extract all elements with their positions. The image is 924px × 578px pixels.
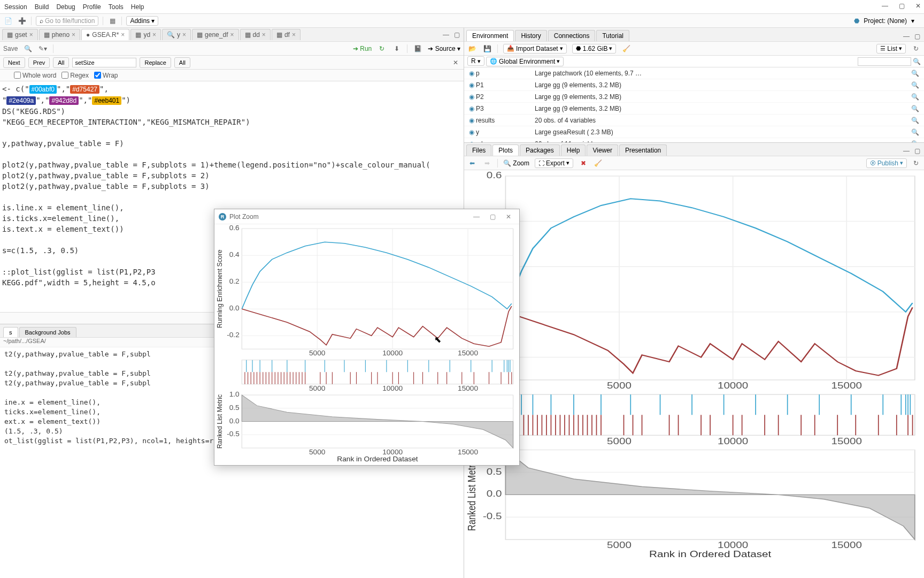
broom-icon[interactable]: 🧹: [621, 44, 631, 54]
tab-yd[interactable]: ▦ yd×: [130, 29, 161, 40]
import-dataset-dropdown[interactable]: 📥 Import Dataset ▾: [503, 44, 567, 54]
find-next-button[interactable]: Next: [3, 57, 25, 68]
tab-gene-df[interactable]: ▦ gene_df×: [192, 29, 238, 40]
svg-text:5000: 5000: [607, 541, 632, 550]
plots-min-icon[interactable]: —: [902, 146, 911, 156]
clear-plots-icon[interactable]: 🧹: [594, 158, 603, 168]
svg-text:5000: 5000: [309, 349, 325, 357]
menu-session[interactable]: Session: [4, 3, 27, 11]
r-icon: R: [219, 213, 226, 220]
svg-text:0.0: 0.0: [487, 489, 502, 499]
minimize-icon[interactable]: —: [882, 2, 888, 10]
memory-indicator[interactable]: ⬣ 1.62 GiB ▾: [572, 44, 617, 54]
tab-history[interactable]: History: [515, 30, 546, 41]
maximize-icon[interactable]: ▢: [899, 2, 905, 10]
env-toolbar: 📂 💾 📥 Import Dataset ▾ ⬣ 1.62 GiB ▾ 🧹 ☰ …: [464, 42, 924, 56]
tab-help[interactable]: Help: [561, 144, 586, 156]
refresh-plot-icon[interactable]: ↻: [911, 158, 921, 168]
new-file-icon[interactable]: 📄: [3, 16, 13, 26]
svg-text:Running Enrichment Score: Running Enrichment Score: [215, 249, 224, 328]
tab-df[interactable]: ▦ df×: [272, 29, 301, 40]
addins-dropdown[interactable]: Addins▾: [126, 16, 158, 26]
minimize-pane-icon[interactable]: —: [441, 30, 451, 40]
tab-plots[interactable]: Plots: [492, 144, 519, 156]
find-icon[interactable]: 🔍: [23, 44, 33, 54]
find-prev-button[interactable]: Prev: [28, 57, 50, 68]
env-scope-dropdown[interactable]: 🌐 Global Environment ▾: [486, 57, 564, 66]
project-menu[interactable]: Project: (None): [864, 17, 907, 25]
down-icon[interactable]: ⬇: [392, 44, 402, 54]
remove-plot-icon[interactable]: ✖: [579, 158, 588, 168]
env-min-icon[interactable]: —: [902, 32, 911, 41]
plots-max-icon[interactable]: ▢: [912, 146, 922, 156]
plot-zoom-window[interactable]: R Plot Zoom — ▢ ✕ -0.20.00.20.40.6Runnin…: [214, 209, 520, 466]
console-tab-terminal[interactable]: s: [3, 327, 18, 337]
svg-text:5000: 5000: [309, 448, 325, 456]
tab-y[interactable]: 🔍 y×: [162, 29, 191, 40]
find-input[interactable]: [72, 58, 136, 67]
save-button[interactable]: Save: [3, 45, 18, 52]
svg-rect-0: [505, 176, 914, 380]
tab-gset[interactable]: ▦ gset×: [2, 29, 38, 40]
tab-connections[interactable]: Connections: [548, 30, 596, 41]
save-ws-icon[interactable]: 💾: [482, 44, 492, 54]
source-button[interactable]: ➔ Source ▾: [428, 45, 460, 52]
env-max-icon[interactable]: ▢: [912, 32, 922, 41]
tab-viewer[interactable]: Viewer: [587, 144, 618, 156]
zoom-max-icon[interactable]: ▢: [486, 213, 499, 220]
next-plot-icon[interactable]: ➡: [482, 158, 492, 168]
console-tab-bgjobs[interactable]: Background Jobs: [19, 327, 76, 337]
goto-file-input[interactable]: ⌕Go to file/function: [36, 16, 98, 26]
lang-scope[interactable]: R ▾: [467, 56, 484, 66]
menu-debug[interactable]: Debug: [56, 3, 75, 11]
load-ws-icon[interactable]: 📂: [467, 44, 477, 54]
env-search-input[interactable]: [858, 57, 911, 66]
zoom-titlebar[interactable]: R Plot Zoom — ▢ ✕: [214, 209, 519, 224]
svg-text:1.0: 1.0: [229, 391, 240, 398]
publish-dropdown[interactable]: ⦿ Publish ▾: [866, 158, 907, 168]
menu-tools[interactable]: Tools: [109, 3, 124, 11]
notebook-icon[interactable]: 📓: [413, 44, 422, 54]
replace-button[interactable]: Replace: [140, 57, 171, 68]
env-row[interactable]: ◉P3Large gg (9 elements, 3.2 MB)🔍: [464, 103, 924, 115]
run-button[interactable]: ➔ Run: [353, 45, 372, 52]
maximize-pane-icon[interactable]: ▢: [452, 30, 461, 40]
replace-all-button[interactable]: All: [174, 57, 190, 68]
tab-presentation[interactable]: Presentation: [619, 144, 667, 156]
grid-icon[interactable]: ▦: [107, 16, 117, 26]
env-row[interactable]: ◉results20 obs. of 4 variables🔍: [464, 115, 924, 126]
list-view-dropdown[interactable]: ☰ List ▾: [876, 44, 906, 54]
env-row[interactable]: ◉pLarge patchwork (10 elements, 9.7 …🔍: [464, 67, 924, 79]
env-row[interactable]: ◉P2Large gg (9 elements, 3.2 MB)🔍: [464, 91, 924, 103]
zoom-min-icon[interactable]: —: [470, 213, 483, 220]
prev-plot-icon[interactable]: ⬅: [467, 158, 477, 168]
regex-checkbox[interactable]: Regex: [61, 72, 89, 79]
tab-gsea-r[interactable]: ● GSEA.R*×: [81, 29, 129, 40]
new-project-icon[interactable]: ➕: [17, 16, 27, 26]
zoom-button[interactable]: 🔍 Zoom: [503, 159, 529, 167]
env-row[interactable]: ◉yd66 obs. of 11 variables🔍: [464, 138, 924, 142]
menu-build[interactable]: Build: [35, 3, 49, 11]
env-row[interactable]: ◉yLarge gseaResult ( 2.3 MB)🔍: [464, 126, 924, 138]
tab-tutorial[interactable]: Tutorial: [596, 30, 629, 41]
tab-environment[interactable]: Environment: [466, 30, 514, 41]
rerun-icon[interactable]: ↻: [377, 44, 387, 54]
wrap-checkbox[interactable]: Wrap: [94, 72, 118, 79]
close-icon[interactable]: ✕: [915, 2, 921, 10]
zoom-close-icon[interactable]: ✕: [502, 213, 515, 220]
env-row[interactable]: ◉P1Large gg (9 elements, 3.2 MB)🔍: [464, 79, 924, 91]
tab-files[interactable]: Files: [466, 144, 491, 156]
refresh-env-icon[interactable]: ↻: [911, 44, 921, 54]
menu-help[interactable]: Help: [131, 3, 144, 11]
svg-text:10000: 10000: [718, 436, 748, 446]
tab-pheno[interactable]: ▦ pheno×: [39, 29, 80, 40]
tab-packages[interactable]: Packages: [520, 144, 560, 156]
wand-icon[interactable]: ✎▾: [38, 44, 48, 54]
tab-dd[interactable]: ▦ dd×: [240, 29, 271, 40]
export-dropdown[interactable]: ⛶ Export ▾: [535, 158, 573, 168]
svg-text:0.2: 0.2: [229, 278, 240, 285]
close-find-icon[interactable]: ✕: [451, 58, 460, 67]
menu-profile[interactable]: Profile: [83, 3, 101, 11]
whole-word-checkbox[interactable]: Whole word: [14, 72, 56, 79]
find-all-button[interactable]: All: [53, 57, 69, 68]
